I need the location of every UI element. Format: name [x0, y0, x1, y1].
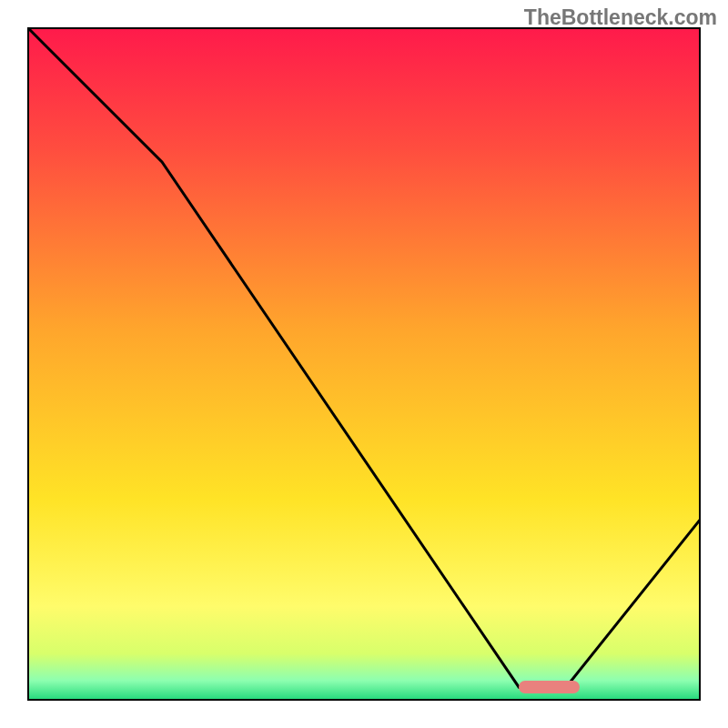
bottleneck-chart — [27, 27, 701, 701]
chart-frame — [27, 27, 701, 701]
watermark-text: TheBottleneck.com — [524, 5, 717, 30]
